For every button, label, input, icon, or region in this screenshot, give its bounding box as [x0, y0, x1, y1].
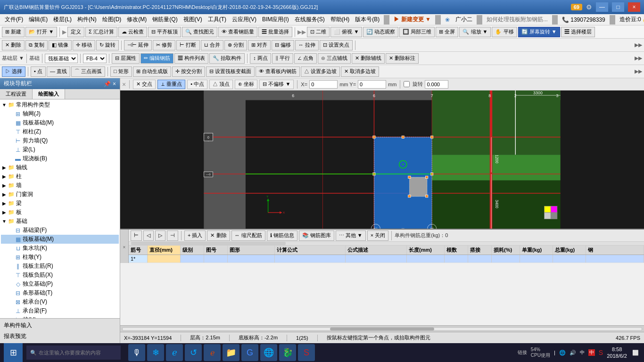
menu-element[interactable]: 构件(N) — [74, 15, 99, 25]
btn-set-grip[interactable]: ⊡ 设置夹点 — [320, 40, 353, 50]
tree-shear-wall[interactable]: ⊢ 剪力墙(Q) — [1, 136, 119, 145]
toggle-slab-group[interactable]: ▶ — [1, 210, 8, 215]
btn-open[interactable]: 📂 打开 ▼ — [25, 27, 57, 37]
btn-batch-select[interactable]: ☰ 批量选择 — [258, 27, 292, 37]
btn-rotate[interactable]: ↻ 旋转 — [96, 40, 119, 50]
btn-sigma[interactable]: Σ 汇总计算 — [85, 27, 117, 37]
btn-rebar-first[interactable]: ⊢ — [131, 230, 142, 241]
btn-draw-point[interactable]: • 点 — [31, 66, 46, 77]
tree-found-beam[interactable]: ⊟ 基础梁(F) — [1, 226, 119, 235]
btn-close-rebar[interactable]: × 关闭 — [367, 230, 388, 241]
btn-rebar-prev[interactable]: ◁ — [143, 230, 154, 241]
btn-fullscreen[interactable]: ⊞ 全屏 — [436, 27, 458, 37]
btn-view-slab-rebar[interactable]: 👁 查看板内钢筋 — [256, 66, 300, 77]
menu-floor[interactable]: 楼层(L) — [50, 15, 74, 25]
taskbar-app-7[interactable]: G — [241, 344, 258, 361]
menu-new-change[interactable]: ▶ 新建变更 ▼ — [391, 15, 434, 25]
taskbar-app-5[interactable]: ℯ — [204, 344, 221, 361]
tree-beam-group[interactable]: ▶ 📁 梁 — [1, 199, 119, 208]
btn-mirror[interactable]: ◧ 镜像 — [49, 40, 72, 50]
taskbar-app-4[interactable]: ↺ — [185, 344, 202, 361]
btn-new[interactable]: ⊞ 新建 — [2, 27, 25, 37]
tree-indep-found[interactable]: ◇ 独立基础(P) — [1, 280, 119, 288]
btn-split[interactable]: ⊗ 分割 — [224, 40, 247, 50]
tree-cap-beam[interactable]: ⊥ 承台梁(F) — [1, 306, 119, 315]
snap-vertex[interactable]: △ 顶点 — [209, 80, 233, 89]
btn-rebar-lib[interactable]: 📚 钢筋图库 — [299, 230, 334, 241]
btn-move[interactable]: ✛ 移动 — [73, 40, 95, 50]
btn-pick-element[interactable]: 🔧 抬取构件 — [209, 53, 245, 64]
btn-stretch[interactable]: ↔ 拉伸 — [295, 40, 319, 50]
rebar-row-1[interactable]: 1* — [129, 255, 644, 263]
menu-online[interactable]: 在线服务(S) — [292, 15, 328, 25]
menu-rebar-qty[interactable]: 钢筋量(Q) — [149, 15, 180, 25]
rotate-input[interactable] — [425, 80, 448, 89]
y-coord-input[interactable] — [358, 80, 386, 89]
menu-edit[interactable]: 编辑(E) — [26, 15, 50, 25]
tree-frame-col[interactable]: ⊤ 框柱(Z) — [1, 127, 119, 136]
menu-view[interactable]: 视图(V) — [181, 15, 205, 25]
tree-raft-neg-rebar[interactable]: ⊤ 筏板负筋(X) — [1, 271, 119, 280]
tree-common-types[interactable]: ▼ 📁 常用构件类型 — [1, 100, 119, 109]
menu-cloud[interactable]: 云应用(V) — [229, 15, 259, 25]
snap-coord[interactable]: ⊕ 坐标 — [235, 80, 257, 89]
tree-foundation[interactable]: ▼ 📁 基础 — [1, 217, 119, 226]
title-close[interactable]: × — [628, 2, 640, 12]
start-button[interactable]: ⊞ — [4, 343, 23, 362]
tab-project-settings[interactable]: 工程设置 — [0, 89, 33, 99]
x-coord-input[interactable] — [309, 80, 338, 89]
menu-tools[interactable]: 工具(T) — [205, 15, 229, 25]
btn-align[interactable]: ⊞ 对齐 — [248, 40, 271, 50]
btn-2d[interactable]: ⊡ 二维 — [307, 27, 330, 37]
btn-single-element-input[interactable]: 单构件输入 — [0, 320, 120, 331]
snap-no-offset[interactable]: ⊟ 不偏移 ▼ — [259, 80, 294, 89]
btn-cancel-multi-slope[interactable]: ✕ 取消多边坡 — [341, 66, 379, 77]
btn-del-aux[interactable]: ✕ 删除辅线 — [352, 53, 385, 64]
btn-define[interactable]: 定义 — [67, 27, 84, 37]
expand-btn3[interactable]: ▶▶ — [635, 55, 642, 61]
toggle-axis[interactable]: ▶ — [1, 165, 8, 170]
rebar-panel-close-side[interactable]: × — [120, 230, 129, 263]
tree-slab-group[interactable]: ▶ 📁 板 — [1, 208, 119, 217]
btn-top-view[interactable]: ⬜ 俯视 ▼ — [330, 27, 362, 37]
far-right-expand[interactable]: ▶▶ — [635, 42, 642, 48]
menu-bim[interactable]: BIM应用(I) — [259, 15, 292, 25]
btn-rebar-delete[interactable]: ✕ 删除 — [207, 230, 230, 241]
toggle-wall[interactable]: ▶ — [1, 183, 8, 188]
btn-rebar-insert[interactable]: + 插入 — [184, 230, 206, 241]
btn-set-slab-section[interactable]: ⊟ 设置筏板变截面 — [206, 66, 255, 77]
btn-find-element[interactable]: 🔍 查找图元 — [182, 27, 217, 37]
btn-rebar-last[interactable]: ⊣ — [167, 230, 178, 241]
menu-draw[interactable]: 绘图(D) — [99, 15, 124, 25]
taskbar-app-2[interactable]: ❄ — [147, 344, 164, 361]
panel-pin[interactable]: 📌 — [104, 81, 111, 87]
tree-raft-found[interactable]: ▦ 筏板基础(M) — [1, 235, 119, 244]
tree-wall[interactable]: ▶ 📁 墙 — [1, 181, 119, 190]
btn-delete[interactable]: ✕ 删除 — [2, 40, 25, 50]
taskbar-app-1[interactable]: 🎙 — [128, 344, 145, 361]
tree-col[interactable]: ▶ 📁 柱 — [1, 172, 119, 181]
btn-trim[interactable]: ✂ 修剪 — [153, 40, 175, 50]
tree-axis[interactable]: ▶ 📁 轴线 — [1, 163, 119, 172]
btn-report-preview[interactable]: 报表预览 — [0, 331, 120, 342]
btn-three-point-aux[interactable]: ⊙ 三点辅线 — [318, 53, 351, 64]
toggle-foundation[interactable]: ▼ — [1, 219, 8, 224]
snap-intersection[interactable]: ✕ 交点 — [133, 80, 156, 89]
taskbar-app-3[interactable]: ℯ — [166, 344, 183, 361]
tab-drawing-input[interactable]: 绘图输入 — [33, 89, 65, 99]
tree-door-window[interactable]: ▶ 📁 门窗洞 — [1, 190, 119, 199]
snap-perpendicular[interactable]: ⊥ 垂重点 — [157, 80, 185, 89]
tree-strip-found[interactable]: ⊟ 条形基础(T) — [1, 288, 119, 297]
title-minimize[interactable]: — — [596, 2, 608, 12]
toggle-beam-group[interactable]: ▶ — [1, 201, 8, 206]
panel-close[interactable]: × — [113, 81, 116, 87]
taskbar-app-10[interactable]: S — [298, 344, 315, 361]
tree-col-pedestal[interactable]: ⊞ 柱墩(Y) — [1, 253, 119, 262]
btn-axis-parallel[interactable]: ∥ 平行 — [272, 53, 293, 64]
btn-axis-point-angle[interactable]: ∠ 点角 — [294, 53, 317, 64]
btn-break[interactable]: ⊢ 打断 — [176, 40, 199, 50]
btn-set-multi-slope[interactable]: △ 设置多边坡 — [301, 66, 340, 77]
taskbar-app-6[interactable]: 📁 — [223, 344, 239, 361]
tree-axis-net[interactable]: ⊞ 轴网(J) — [1, 109, 119, 118]
btn-draw-arc[interactable]: ⌒ 三点画弧 — [71, 66, 105, 77]
